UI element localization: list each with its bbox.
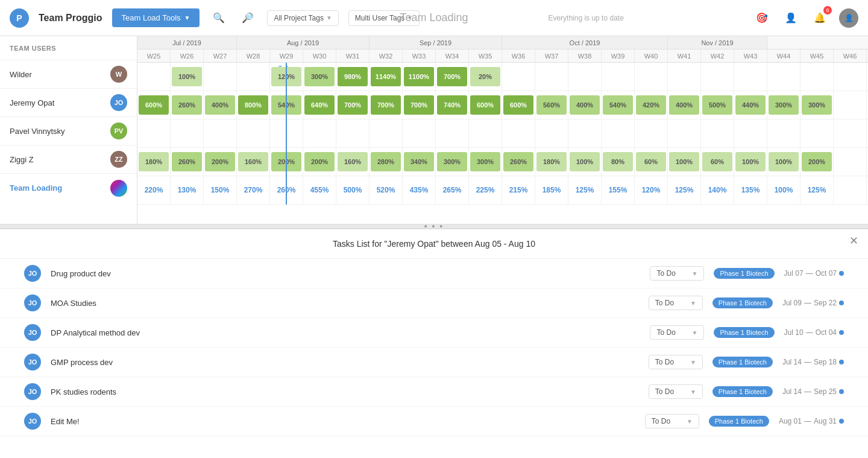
gantt-bar[interactable]: 300% <box>769 95 799 115</box>
gantt-bar[interactable]: 440% <box>735 95 766 115</box>
gantt-chart-area[interactable]: Jul / 2019Aug / 2019Sep / 2019Oct / 2019… <box>137 36 868 224</box>
gantt-bar[interactable]: 60% <box>636 152 666 171</box>
gantt-bar[interactable]: 160% <box>338 152 368 171</box>
gantt-cell <box>767 119 800 148</box>
gantt-bar[interactable]: 60% <box>702 152 732 171</box>
gantt-cell <box>171 119 204 148</box>
task-avatar: JO <box>24 265 41 282</box>
gantt-bar[interactable]: 700% <box>338 95 368 115</box>
sidebar-item-wilder[interactable]: Wilder W <box>0 60 137 89</box>
gantt-bar[interactable]: 300% <box>437 152 467 171</box>
gantt-bar[interactable]: 500% <box>702 95 732 115</box>
gantt-cell <box>701 119 734 148</box>
zoom-in-icon[interactable]: 🔎 <box>238 8 257 28</box>
task-status-dropdown[interactable]: To Do ▼ <box>649 355 703 369</box>
gantt-cell: 420% <box>635 91 668 119</box>
gantt-cell: 135% <box>734 176 767 205</box>
gantt-bar[interactable]: 400% <box>570 95 600 115</box>
gantt-cell: 120% <box>270 63 303 91</box>
gantt-bar[interactable]: 260% <box>503 152 533 171</box>
gantt-cell: 435% <box>403 176 436 205</box>
week-cell: W30 <box>303 49 336 62</box>
gantt-cell: 265% <box>436 176 469 205</box>
add-user-icon[interactable]: 👤 <box>781 8 800 28</box>
wilder-row[interactable]: 100%120%300%980%1140%1100%700%20% <box>137 63 868 91</box>
gantt-bar[interactable]: 1140% <box>371 67 401 86</box>
sidebar-item-jeremy[interactable]: Jeremy Opat JO <box>0 89 137 117</box>
gantt-bar[interactable]: 20% <box>470 67 500 86</box>
gantt-cell: 700% <box>403 91 436 119</box>
gantt-bar[interactable]: 100% <box>172 67 202 86</box>
sidebar-item-ziggi[interactable]: Ziggi Z ZZ <box>0 145 137 174</box>
gantt-bar[interactable]: 740% <box>437 95 467 115</box>
task-status-dropdown[interactable]: To Do ▼ <box>649 296 703 310</box>
gantt-bar[interactable]: 600% <box>139 95 169 115</box>
sidebar-item-team-loading[interactable]: Team Loading <box>0 174 137 202</box>
gantt-bar[interactable]: 340% <box>404 152 434 171</box>
gantt-bar[interactable]: 180% <box>139 152 169 171</box>
gantt-bar[interactable]: 160% <box>238 152 268 171</box>
panel-splitter[interactable]: • • • <box>0 224 868 229</box>
gantt-bar[interactable]: 80% <box>603 152 633 171</box>
gantt-bar[interactable]: 600% <box>470 95 500 115</box>
gantt-bar[interactable]: 400% <box>205 95 235 115</box>
ziggi-row[interactable]: 180%260%200%160%200%200%160%280%340%300%… <box>137 148 868 176</box>
pavel-row[interactable] <box>137 119 868 148</box>
user-avatar[interactable]: 👤 <box>839 8 858 28</box>
team-loading-pct: 125% <box>808 186 826 194</box>
sidebar-item-pavel[interactable]: Pavel Vinnytsky PV <box>0 117 137 145</box>
gantt-bar[interactable]: 260% <box>172 95 202 115</box>
chevron-down-icon: ▼ <box>690 300 696 307</box>
gantt-bar[interactable]: 200% <box>802 152 832 171</box>
gantt-cell <box>734 119 767 148</box>
gantt-bar[interactable]: 700% <box>437 67 467 86</box>
gantt-cell: 100% <box>568 148 602 176</box>
gantt-bar[interactable]: 280% <box>371 152 401 171</box>
gantt-cell: 340% <box>403 148 436 176</box>
team-load-tools-button[interactable]: Team Load Tools ▼ <box>112 8 200 27</box>
team-loading-pct: 435% <box>410 186 429 194</box>
team-loading-pct: 220% <box>145 186 163 194</box>
month-cell: Sep / 2019 <box>370 36 502 49</box>
task-status-dropdown[interactable]: To Do ▼ <box>650 266 704 281</box>
task-end-date: Oct 07 <box>816 269 837 278</box>
today-line <box>286 63 287 91</box>
notifications-icon[interactable]: 🔔 6 <box>810 8 829 28</box>
gantt-bar[interactable]: 980% <box>338 67 368 86</box>
gantt-bar[interactable]: 200% <box>205 152 235 171</box>
gantt-bar[interactable]: 560% <box>536 95 567 115</box>
gantt-bar[interactable]: 300% <box>802 95 832 115</box>
task-status-dropdown[interactable]: To Do ▼ <box>650 325 704 340</box>
gantt-bar[interactable]: 540% <box>603 95 633 115</box>
gantt-bar[interactable]: 200% <box>304 152 335 171</box>
gantt-bar[interactable]: 420% <box>636 95 666 115</box>
gantt-bar[interactable]: 300% <box>304 67 335 86</box>
gantt-bar[interactable]: 600% <box>503 95 533 115</box>
gantt-cell: 300% <box>303 63 336 91</box>
gantt-bar[interactable]: 800% <box>238 95 268 115</box>
task-status-dropdown[interactable]: To Do ▼ <box>645 414 699 428</box>
jeremy-row[interactable]: 600%260%400%800%540%640%700%700%700%740%… <box>137 91 868 119</box>
team-loading-pct: 120% <box>642 186 661 194</box>
gantt-bar[interactable]: 100% <box>669 152 699 171</box>
search-icon[interactable]: 🔍 <box>209 8 228 28</box>
gantt-bar[interactable]: 100% <box>769 152 799 171</box>
gantt-bar[interactable]: 400% <box>669 95 699 115</box>
task-dot-icon <box>839 330 844 335</box>
task-status-dropdown[interactable]: To Do ▼ <box>649 384 703 399</box>
gantt-cell: 180% <box>137 148 171 176</box>
gantt-bar[interactable]: 700% <box>371 95 401 115</box>
gantt-bar[interactable]: 260% <box>172 152 202 171</box>
gantt-bar[interactable]: 640% <box>304 95 335 115</box>
gantt-bar[interactable]: 100% <box>735 152 766 171</box>
gantt-cell <box>568 119 602 148</box>
gantt-bar[interactable]: 100% <box>570 152 600 171</box>
gantt-bar[interactable]: 300% <box>470 152 500 171</box>
gantt-cell <box>834 176 867 205</box>
all-project-tags-dropdown[interactable]: All Project Tags ▼ <box>267 10 338 26</box>
gantt-bar[interactable]: 180% <box>536 152 567 171</box>
close-button[interactable]: ✕ <box>849 234 858 247</box>
gantt-bar[interactable]: 700% <box>404 95 434 115</box>
help-icon[interactable]: 🎯 <box>752 8 772 28</box>
gantt-bar[interactable]: 1100% <box>404 67 434 86</box>
